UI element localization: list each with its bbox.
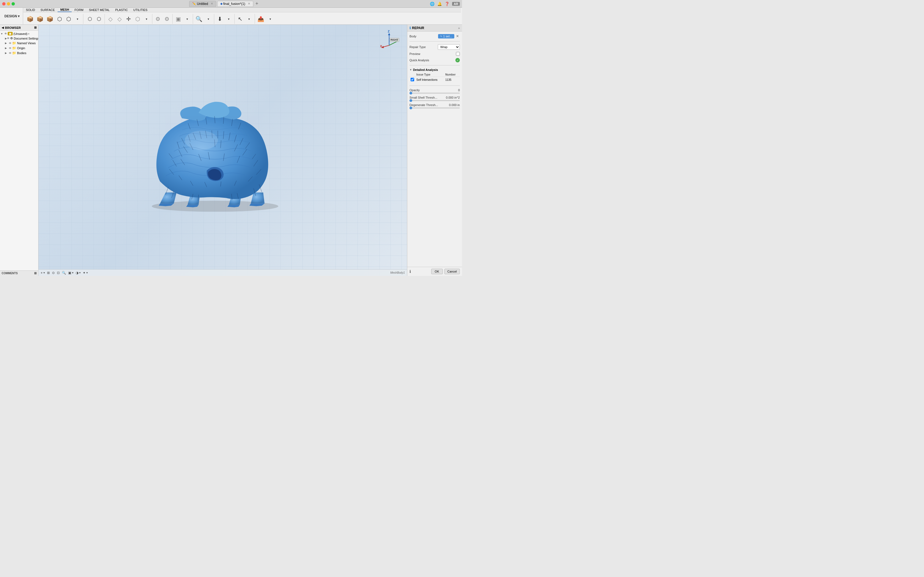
toolbar-select-expand[interactable]: ▾ [245,13,254,25]
opacity-slider[interactable] [409,93,460,94]
toolbar-prepare-btn1[interactable]: ⬡ [86,13,94,25]
footer-info-icon[interactable]: ℹ [409,269,411,274]
self-intersections-checkbox[interactable] [410,78,414,81]
gear-icon-docsettings: ⚙ [10,37,13,40]
help-icon[interactable]: ❓ [445,2,449,6]
small-shell-row: Small Shell Thresh... 0.000 in^2 [409,96,460,101]
snap-icon-btn[interactable]: ⌖ ▾ [41,271,45,275]
small-shell-slider[interactable] [409,100,460,101]
eye-icon-origin[interactable]: 👁 [9,47,11,50]
zoom-in-btn[interactable]: 🔍 [62,271,66,275]
tab-sheet-metal[interactable]: SHEET METAL [86,8,113,12]
ok-button[interactable]: OK [431,269,443,274]
zoom-extents-btn[interactable]: ⊡ [57,271,60,275]
toolbar-create-btn1[interactable]: 📦 [25,13,35,25]
cancel-button[interactable]: Cancel [444,269,460,274]
toolbar-create-expand[interactable]: ▾ [73,13,82,25]
tab-form[interactable]: FORM [72,8,86,12]
new-tab-button[interactable]: + [255,1,258,6]
user-avatar[interactable]: AR [452,2,460,6]
toolbar-inspect-btn1[interactable]: 🔍 [194,13,204,25]
toolbar-assemble-btn2[interactable]: ⚙ [163,13,171,25]
eye-icon-bodies[interactable]: 👁 [9,52,11,55]
minimize-button[interactable] [7,2,10,5]
tab-final-fusion[interactable]: ◆ final_fusion*(1) ✕ [217,1,253,7]
repair-panel-expand-icon[interactable]: » [458,26,460,30]
tab-close-icon[interactable]: ✕ [211,2,213,5]
toolbar-insert-expand[interactable]: ▾ [225,13,233,25]
tab-plastic[interactable]: PLASTIC [113,8,131,12]
opacity-value: 0 [458,89,460,92]
grid-icon-btn[interactable]: ⊞ [47,271,50,275]
toolbar-select-btn1[interactable]: ↖ [236,13,244,25]
toolbar-insert-section: ⬇ ▾ [215,13,236,25]
toolbar-insert-btn1[interactable]: ⬇ [215,13,224,25]
toolbar-inspect-expand[interactable]: ▾ [204,13,213,25]
view-cube-btn[interactable]: ▣ ▾ [68,271,73,275]
eye-icon-namedviews[interactable]: 👁 [9,42,11,45]
browser-header: ◀ BROWSER ⊞ [0,25,38,31]
toolbar-create-btn5[interactable]: ⬡ [64,13,73,25]
toolbar-modify-btn4[interactable]: ⬡ [133,13,142,25]
toolbar-construct-expand[interactable]: ▾ [183,13,192,25]
tab-surface[interactable]: SURFACE [38,8,58,12]
tree-item-docsettings[interactable]: ▶ 👁 ⚙ Document Settings [0,36,38,41]
tab-final-close-icon[interactable]: ✕ [248,2,250,5]
toolbar-modify-expand[interactable]: ▾ [142,13,151,25]
degenerate-value: 0.000 in [449,103,460,106]
tab-utilities[interactable]: UTILITIES [131,8,150,12]
check-col-header [409,73,415,77]
comments-expand-icon[interactable]: ⊞ [34,271,37,275]
window-controls[interactable] [2,2,15,5]
body-select-button[interactable]: ↖ 1 sel... [438,34,454,39]
toolbar-divider5 [193,14,193,24]
toolbar-construct-btn1[interactable]: ▣ [174,13,183,25]
toolbar-modify-btn3[interactable]: ✛ [124,13,133,25]
right-view-label[interactable]: RIGHT [389,38,399,42]
tree-item-origin[interactable]: ▶ 👁 📁 Origin [0,46,38,50]
toolbar-divider3 [152,14,152,24]
browser-panel: ◀ BROWSER ⊞ ▼ 👁 ▣ (Unsaved) ● ▶ 👁 ⚙ Docu… [0,25,39,276]
display-mode-btn[interactable]: ◑ ▾ [76,271,81,275]
browser-tree: ▼ 👁 ▣ (Unsaved) ● ▶ 👁 ⚙ Document Setting… [0,31,38,270]
orbit-icon-btn[interactable]: ⊙ [52,271,55,275]
toolbar-create-btn4[interactable]: ⬡ [55,13,64,25]
tab-final-fusion-label: final_fusion*(1) [223,2,245,6]
toolbar-export-expand[interactable]: ▾ [266,13,275,25]
close-button[interactable] [2,2,5,5]
tab-solid[interactable]: SOLID [23,8,38,12]
detailed-analysis-header[interactable]: ▼ Detailed Analysis [409,68,460,71]
tree-item-bodies[interactable]: ▶ 👁 📁 Bodies [0,50,38,55]
divider1 [409,41,460,42]
notification-icon[interactable]: 🔔 [437,2,442,6]
viewport[interactable]: Z Y X RIGHT [39,25,407,276]
preview-checkbox[interactable] [456,52,460,56]
eye-icon-docsettings[interactable]: 👁 [7,37,10,40]
maximize-button[interactable] [11,2,15,5]
folder-icon-origin: 📁 [12,46,16,50]
browser-expand-icon[interactable]: ⊞ [34,26,37,29]
body-clear-button[interactable]: ✕ [455,34,460,39]
browser-title: BROWSER [5,26,21,29]
eye-icon-unsaved[interactable]: 👁 [5,32,7,35]
tree-item-unsaved[interactable]: ▼ 👁 ▣ (Unsaved) ● [0,31,38,36]
globe-icon[interactable]: 🌐 [430,2,435,6]
toolbar-create-btn3[interactable]: 📦 [45,13,55,25]
repair-type-select[interactable]: Wrap Fill Stitch [438,44,460,50]
toolbar-export-btn1[interactable]: 📤 [256,13,266,25]
effects-btn[interactable]: ✦ ▾ [83,271,88,275]
tree-label-unsaved: (Unsaved) [13,32,27,35]
toolbar-prepare-btn2[interactable]: ⬡ [95,13,103,25]
tab-mesh[interactable]: MESH [58,8,72,12]
toolbar-create-btn2[interactable]: 📦 [35,13,45,25]
design-dropdown-button[interactable]: DESIGN ▾ [1,8,23,24]
comments-label: COMMENTS [2,272,18,275]
tree-item-namedviews[interactable]: ▶ 👁 📁 Named Views [0,41,38,46]
toolbar-modify-btn2[interactable]: ◇ [115,13,124,25]
tab-untitled[interactable]: ✏️ Untitled ✕ [189,1,216,7]
toolbar-modify-btn1[interactable]: ◇ [106,13,115,25]
browser-collapse-icon[interactable]: ◀ [2,26,4,29]
small-shell-value: 0.000 in^2 [446,96,460,99]
toolbar-assemble-btn1[interactable]: ⚙ [153,13,162,25]
degenerate-slider[interactable] [409,108,460,108]
